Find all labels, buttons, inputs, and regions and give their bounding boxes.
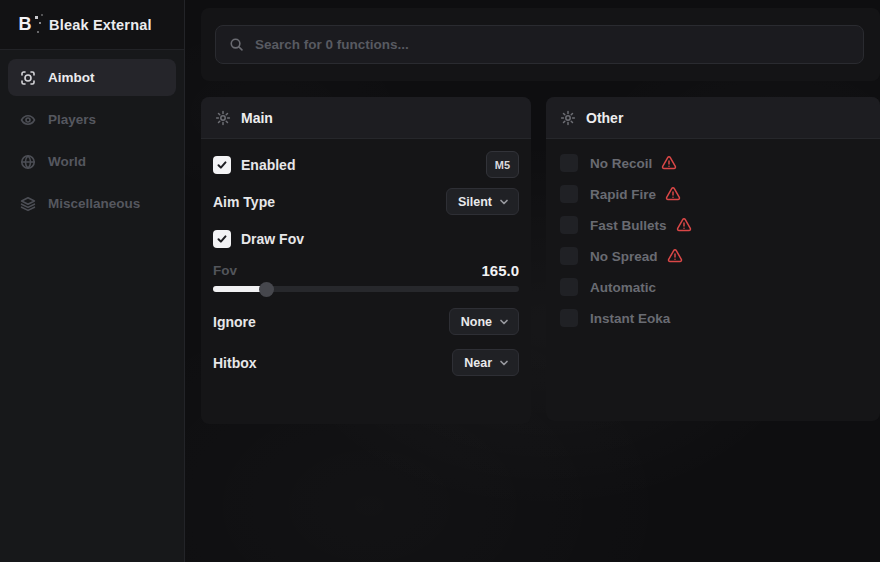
sidebar-nav: Aimbot Players xyxy=(0,50,184,231)
hitbox-row: Hitbox Near xyxy=(213,349,519,376)
ignore-label: Ignore xyxy=(213,314,256,330)
aim-type-dropdown[interactable]: Silent xyxy=(446,188,519,215)
toggle-row-rapid-fire[interactable]: Rapid Fire xyxy=(560,185,866,203)
search-placeholder: Search for 0 functions... xyxy=(255,37,409,52)
ignore-row: Ignore None xyxy=(213,308,519,335)
draw-fov-row: Draw Fov xyxy=(213,225,519,252)
automatic-checkbox[interactable] xyxy=(560,278,578,296)
logo-glitch-pixel xyxy=(39,22,41,24)
fov-slider-row xyxy=(213,282,519,296)
aim-type-label: Aim Type xyxy=(213,194,275,210)
no-spread-checkbox[interactable] xyxy=(560,247,578,265)
fov-slider[interactable] xyxy=(213,282,519,296)
panel-main-header: Main xyxy=(201,97,531,139)
sidebar-item-miscellaneous[interactable]: Miscellaneous xyxy=(8,185,176,222)
sidebar: B Bleak External Aim xyxy=(0,0,185,562)
warning-icon xyxy=(667,248,683,264)
panel-other: Other No Recoil Rapid Fire Fast Bullets xyxy=(546,97,880,421)
enabled-row: Enabled M5 xyxy=(213,151,519,178)
app-window: B Bleak External Aim xyxy=(0,0,880,562)
panel-title: Other xyxy=(586,110,623,126)
sidebar-item-world[interactable]: World xyxy=(8,143,176,180)
search-icon xyxy=(229,37,244,52)
toggle-row-no-spread[interactable]: No Spread xyxy=(560,247,866,265)
automatic-label: Automatic xyxy=(590,280,656,295)
panel-main-body: Enabled M5 Aim Type Silent Dra xyxy=(201,151,531,376)
enabled-label: Enabled xyxy=(241,157,295,173)
fov-slider-thumb[interactable] xyxy=(259,282,274,297)
logo-letter: B xyxy=(19,14,32,35)
sidebar-item-players[interactable]: Players xyxy=(8,101,176,138)
warning-icon xyxy=(665,186,681,202)
fov-row: Fov 165.0 xyxy=(213,260,519,280)
app-title: Bleak External xyxy=(49,17,152,33)
no-spread-label: No Spread xyxy=(590,249,658,264)
panel-other-header: Other xyxy=(546,97,880,139)
instant-eoka-label: Instant Eoka xyxy=(590,311,670,326)
sidebar-item-label: Miscellaneous xyxy=(48,196,140,211)
chevron-down-icon xyxy=(499,317,509,327)
hitbox-dropdown[interactable]: Near xyxy=(452,349,519,376)
fov-value: 165.0 xyxy=(481,262,519,279)
fast-bullets-label: Fast Bullets xyxy=(590,218,667,233)
sidebar-item-label: Players xyxy=(48,112,96,127)
sidebar-header: B Bleak External xyxy=(0,0,184,50)
toggle-row-fast-bullets[interactable]: Fast Bullets xyxy=(560,216,866,234)
panel-title: Main xyxy=(241,110,273,126)
fast-bullets-checkbox[interactable] xyxy=(560,216,578,234)
ignore-dropdown[interactable]: None xyxy=(449,308,519,335)
toggle-row-no-recoil[interactable]: No Recoil xyxy=(560,154,866,172)
hitbox-value: Near xyxy=(464,356,492,370)
logo-glitch-pixel xyxy=(41,14,43,16)
search-input[interactable]: Search for 0 functions... xyxy=(215,25,864,64)
search-card: Search for 0 functions... xyxy=(201,8,880,81)
check-icon xyxy=(216,159,228,171)
panel-main: Main Enabled M5 Aim Type Silent xyxy=(201,97,531,424)
sidebar-item-label: World xyxy=(48,154,86,169)
draw-fov-label: Draw Fov xyxy=(241,231,304,247)
chevron-down-icon xyxy=(499,358,509,368)
app-logo: B xyxy=(13,13,37,37)
enabled-checkbox[interactable] xyxy=(213,156,231,174)
rapid-fire-label: Rapid Fire xyxy=(590,187,656,202)
hitbox-label: Hitbox xyxy=(213,355,257,371)
ignore-value: None xyxy=(461,315,492,329)
logo-glitch-pixel xyxy=(35,16,38,19)
no-recoil-label: No Recoil xyxy=(590,156,652,171)
chevron-down-icon xyxy=(499,197,509,207)
panel-other-body: No Recoil Rapid Fire Fast Bullets xyxy=(546,154,880,327)
toggle-row-automatic[interactable]: Automatic xyxy=(560,278,866,296)
warning-icon xyxy=(661,155,677,171)
no-recoil-checkbox[interactable] xyxy=(560,154,578,172)
check-icon xyxy=(216,233,228,245)
aim-type-value: Silent xyxy=(458,195,492,209)
enabled-keybind-button[interactable]: M5 xyxy=(486,151,519,178)
globe-icon xyxy=(20,154,36,170)
logo-glitch-pixel xyxy=(37,31,39,33)
eye-icon xyxy=(20,112,36,128)
fov-label: Fov xyxy=(213,263,237,278)
layers-icon xyxy=(20,196,36,212)
sidebar-item-aimbot[interactable]: Aimbot xyxy=(8,59,176,96)
aim-type-row: Aim Type Silent xyxy=(213,188,519,215)
gear-icon xyxy=(215,110,231,126)
crosshair-icon xyxy=(20,70,36,86)
warning-icon xyxy=(676,217,692,233)
gear-icon xyxy=(560,110,576,126)
sidebar-item-label: Aimbot xyxy=(48,70,95,85)
instant-eoka-checkbox[interactable] xyxy=(560,309,578,327)
rapid-fire-checkbox[interactable] xyxy=(560,185,578,203)
draw-fov-checkbox[interactable] xyxy=(213,230,231,248)
toggle-row-instant-eoka[interactable]: Instant Eoka xyxy=(560,309,866,327)
